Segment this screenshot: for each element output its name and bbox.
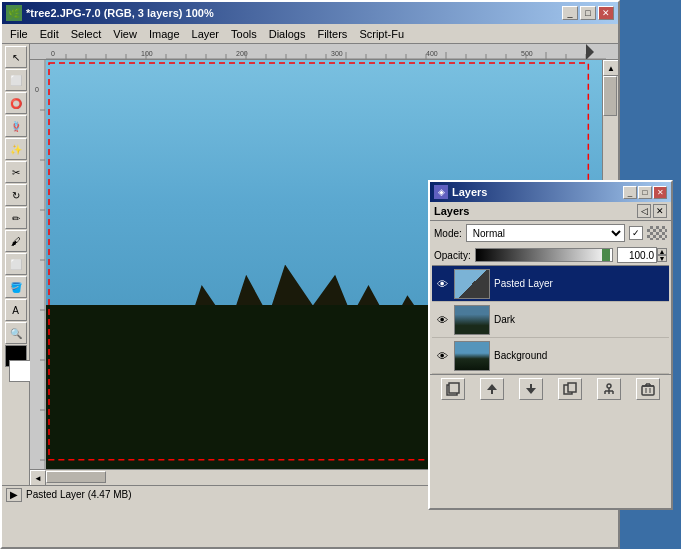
tool-fuzzy[interactable]: ✨	[5, 138, 27, 160]
layers-visibility-checkbox[interactable]: ✓	[629, 226, 643, 240]
opacity-thumb[interactable]	[602, 249, 610, 261]
tool-rotate[interactable]: ↻	[5, 184, 27, 206]
layers-mode-select[interactable]: Normal Multiply Screen Overlay	[466, 224, 625, 242]
raise-layer-icon	[485, 382, 499, 396]
main-window-controls: _ □ ✕	[562, 6, 614, 20]
main-window-title: *tree2.JPG-7.0 (RGB, 3 layers) 100%	[26, 7, 214, 19]
tool-eraser[interactable]: ⬜	[5, 253, 27, 275]
layers-menu-button[interactable]: ◁	[637, 204, 651, 218]
ruler-left-svg: 0	[30, 60, 46, 469]
raise-layer-button[interactable]	[480, 378, 504, 400]
layer-thumb-background	[454, 341, 490, 371]
duplicate-layer-button[interactable]	[558, 378, 582, 400]
layer-row-background[interactable]: 👁 Background	[432, 338, 669, 374]
layers-close-button[interactable]: ✕	[653, 186, 667, 199]
svg-text:0: 0	[35, 86, 39, 93]
anchor-layer-button[interactable]	[597, 378, 621, 400]
tool-text[interactable]: A	[5, 299, 27, 321]
tool-select-rect[interactable]: ⬜	[5, 69, 27, 91]
layer-row-pasted[interactable]: 👁 Pasted Layer	[432, 266, 669, 302]
layers-bottom-toolbar	[430, 374, 671, 402]
ruler-left: 0	[30, 60, 46, 469]
svg-rect-36	[30, 60, 46, 469]
app-icon: 🌿	[6, 5, 22, 21]
menu-view[interactable]: View	[107, 26, 143, 42]
scroll-left-button[interactable]: ◄	[30, 470, 46, 485]
menu-layer[interactable]: Layer	[186, 26, 226, 42]
svg-rect-53	[530, 384, 532, 388]
tool-zoom[interactable]: 🔍	[5, 322, 27, 344]
menu-select[interactable]: Select	[65, 26, 108, 42]
opacity-up-button[interactable]: ▲	[657, 248, 667, 255]
maximize-button[interactable]: □	[580, 6, 596, 20]
minimize-button[interactable]: _	[562, 6, 578, 20]
layers-mode-label: Mode:	[434, 228, 462, 239]
svg-text:500: 500	[521, 50, 533, 57]
lower-layer-button[interactable]	[519, 378, 543, 400]
svg-rect-61	[642, 386, 654, 395]
menu-dialogs[interactable]: Dialogs	[263, 26, 312, 42]
svg-text:100: 100	[141, 50, 153, 57]
menu-filters[interactable]: Filters	[311, 26, 353, 42]
layer-eye-pasted[interactable]: 👁	[434, 276, 450, 292]
svg-point-56	[607, 384, 611, 388]
layer-thumb-pasted	[454, 269, 490, 299]
toolbox: ↖ ⬜ ⭕ 🪢 ✨ ✂ ↻ ✏ 🖌 ⬜ 🪣 A 🔍	[2, 44, 30, 485]
tool-select-ellipse[interactable]: ⭕	[5, 92, 27, 114]
layers-header-buttons: ◁ ✕	[637, 204, 667, 218]
layers-opacity-slider[interactable]	[475, 248, 613, 262]
opacity-value-container: 100.0 ▲ ▼	[617, 247, 667, 263]
lower-layer-icon	[524, 382, 538, 396]
status-text: Pasted Layer (4.47 MB)	[26, 489, 132, 500]
layers-minimize-button[interactable]: _	[623, 186, 637, 199]
layers-panel-title: Layers	[452, 186, 487, 198]
tool-pencil[interactable]: ✏	[5, 207, 27, 229]
layers-panel: ◈ Layers _ □ ✕ Layers ◁ ✕ Mode: Normal M…	[428, 180, 673, 510]
opacity-down-button[interactable]: ▼	[657, 255, 667, 262]
scroll-thumb-h[interactable]	[46, 471, 106, 483]
menu-file[interactable]: File	[4, 26, 34, 42]
svg-rect-51	[491, 390, 493, 394]
opacity-value-display[interactable]: 100.0	[617, 247, 657, 263]
ruler-top-svg: 0 100 200 300 400 500	[46, 44, 606, 60]
tool-lasso[interactable]: 🪢	[5, 115, 27, 137]
menu-edit[interactable]: Edit	[34, 26, 65, 42]
svg-text:300: 300	[331, 50, 343, 57]
layers-checker-pattern	[647, 226, 667, 240]
layers-panel-icon: ◈	[434, 185, 448, 199]
layer-eye-background[interactable]: 👁	[434, 348, 450, 364]
tool-color-bg[interactable]	[9, 360, 31, 382]
svg-rect-55	[568, 383, 576, 392]
new-layer-icon	[446, 382, 460, 396]
layers-list[interactable]: 👁 Pasted Layer 👁 Dark 👁 Background	[432, 265, 669, 374]
scroll-up-button[interactable]: ▲	[603, 60, 618, 76]
layer-thumb-dark	[454, 305, 490, 335]
layers-opacity-row: Opacity: 100.0 ▲ ▼	[430, 245, 671, 265]
duplicate-layer-icon	[563, 382, 577, 396]
scroll-thumb-v[interactable]	[603, 76, 617, 116]
anchor-layer-icon	[602, 382, 616, 396]
new-layer-button[interactable]	[441, 378, 465, 400]
layer-name-background: Background	[494, 350, 667, 361]
menu-tools[interactable]: Tools	[225, 26, 263, 42]
close-button[interactable]: ✕	[598, 6, 614, 20]
delete-layer-button[interactable]	[636, 378, 660, 400]
layers-maximize-button[interactable]: □	[638, 186, 652, 199]
layer-row-dark[interactable]: 👁 Dark	[432, 302, 669, 338]
opacity-spinner: ▲ ▼	[657, 248, 667, 262]
tool-paintbrush[interactable]: 🖌	[5, 230, 27, 252]
tool-arrow[interactable]: ↖	[5, 46, 27, 68]
layer-name-pasted: Pasted Layer	[494, 278, 667, 289]
layers-window-controls: _ □ ✕	[623, 186, 667, 199]
layers-options-button[interactable]: ✕	[653, 204, 667, 218]
status-icon[interactable]: ▶	[6, 488, 22, 502]
layers-header-label: Layers	[434, 205, 469, 217]
ruler-top: 0 100 200 300 400 500	[30, 44, 618, 60]
menu-image[interactable]: Image	[143, 26, 186, 42]
layers-opacity-label: Opacity:	[434, 250, 471, 261]
tool-crop[interactable]: ✂	[5, 161, 27, 183]
layers-title-left: ◈ Layers	[434, 185, 487, 199]
menu-scriptfu[interactable]: Script-Fu	[353, 26, 410, 42]
tool-fill[interactable]: 🪣	[5, 276, 27, 298]
layer-eye-dark[interactable]: 👁	[434, 312, 450, 328]
